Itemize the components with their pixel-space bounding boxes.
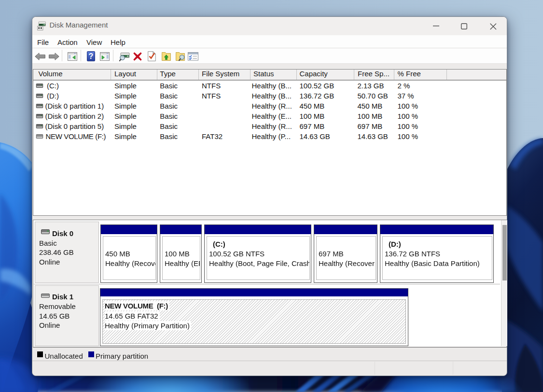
svg-text:?: ?	[89, 52, 94, 60]
